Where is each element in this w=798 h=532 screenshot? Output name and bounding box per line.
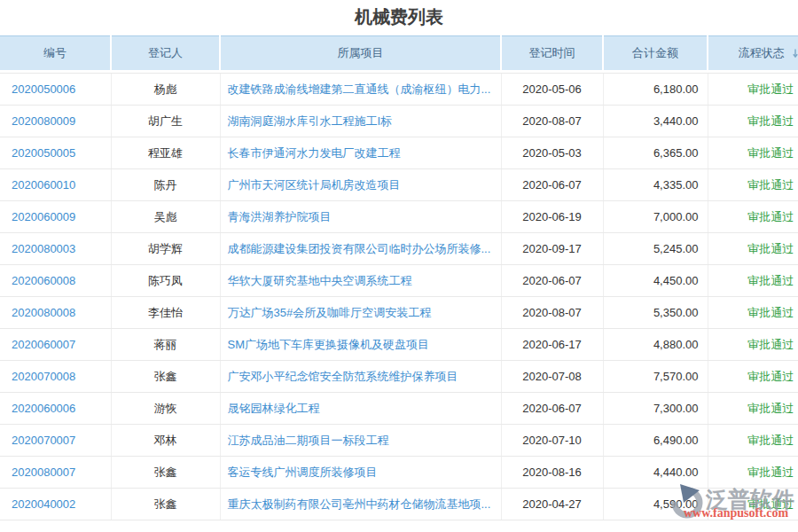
row-date: 2020-07-10 [501,425,603,457]
table-row: 2020080003 胡学辉 成都能源建设集团投资有限公司临时办公场所装修...… [0,233,798,265]
row-project-link[interactable]: 客运专线广州调度所装修项目 [228,466,378,479]
row-amount: 7,000.00 [603,201,708,233]
row-amount: 3,440.00 [603,106,708,137]
row-registrant: 邓林 [111,425,220,457]
row-project-link[interactable]: 广安邓小平纪念馆安全防范系统维护保养项目 [228,370,458,383]
table-header-row: 编号 登记人 所属项目 登记时间 合计金额 流程状态 [0,36,798,70]
row-date: 2020-09-17 [501,233,603,265]
row-amount: 7,300.00 [603,393,708,425]
row-id-link[interactable]: 2020060010 [12,178,75,192]
row-date: 2020-06-07 [501,169,603,201]
row-status-link[interactable]: 审批通过 [747,402,794,415]
row-registrant: 陈丹 [111,169,220,201]
column-header-status-label: 流程状态 [739,46,785,59]
row-status-link[interactable]: 审批通过 [747,146,794,160]
column-header-project[interactable]: 所属项目 [220,36,501,70]
row-id-link[interactable]: 2020080007 [12,466,75,479]
table-row: 2020060007 蒋丽 SM广场地下车库更换摄像机及硬盘项目 2020-06… [0,329,798,361]
row-id-link[interactable]: 2020060008 [12,274,75,287]
row-date: 2020-05-06 [501,74,603,106]
row-id-link[interactable]: 2020050006 [12,82,75,96]
row-registrant: 程亚雄 [111,137,220,169]
row-date: 2020-06-17 [501,329,603,361]
row-amount: 5,350.00 [603,297,708,329]
row-project-link[interactable]: 改建铁路成渝线增建第二直通线（成渝枢纽）电力... [228,82,491,96]
row-id-link[interactable]: 2020040002 [12,497,75,511]
row-project-link[interactable]: 重庆太极制药有限公司亳州中药材仓储物流基地项... [228,497,491,511]
table-row: 2020070008 张鑫 广安邓小平纪念馆安全防范系统维护保养项目 2020-… [0,361,798,393]
row-amount: 7,570.00 [603,361,708,393]
row-amount: 5,245.00 [603,233,708,265]
row-registrant: 胡学辉 [111,233,220,265]
row-status-link[interactable]: 审批通过 [747,370,794,383]
row-project-link[interactable]: SM广场地下车库更换摄像机及硬盘项目 [228,338,430,351]
row-status-link[interactable]: 审批通过 [747,178,794,192]
machinery-fee-page: 机械费列表 编号 登记人 所属项目 登记时间 合计金额 流程状态 [0,0,798,532]
sort-descending-icon[interactable] [793,48,798,61]
row-registrant: 杨彪 [111,74,220,106]
table-row: 2020060006 游恢 晟铭园林绿化工程 2020-06-07 7,300.… [0,393,798,425]
row-project-link[interactable]: 华软大厦研究基地中央空调系统工程 [228,274,412,287]
row-project-link[interactable]: 成都能源建设集团投资有限公司临时办公场所装修... [228,242,491,255]
row-date: 2020-08-16 [501,457,603,489]
row-status-link[interactable]: 审批通过 [747,114,794,128]
row-status-link[interactable]: 审批通过 [747,274,794,287]
table-row: 2020080009 胡广生 湖南洞庭湖水库引水工程施工I标 2020-08-0… [0,106,798,137]
row-id-link[interactable]: 2020080008 [12,306,75,319]
row-status-link[interactable]: 审批通过 [747,82,794,96]
row-registrant: 胡广生 [111,106,220,137]
column-header-status[interactable]: 流程状态 [708,36,798,70]
column-header-id[interactable]: 编号 [0,36,111,70]
machinery-fee-table: 编号 登记人 所属项目 登记时间 合计金额 流程状态 [0,35,798,520]
column-header-registrant[interactable]: 登记人 [111,36,220,70]
row-registrant: 吴彪 [111,201,220,233]
row-status-link[interactable]: 审批通过 [747,338,794,351]
row-amount: 6,490.00 [603,425,708,457]
row-date: 2020-08-07 [501,106,603,137]
row-project-link[interactable]: 江苏成品油二期项目一标段工程 [228,434,389,447]
table-row: 2020050006 杨彪 改建铁路成渝线增建第二直通线（成渝枢纽）电力... … [0,74,798,106]
row-id-link[interactable]: 2020070008 [12,370,75,383]
row-id-link[interactable]: 2020060009 [12,210,75,223]
row-project-link[interactable]: 湖南洞庭湖水库引水工程施工I标 [228,114,393,128]
row-id-link[interactable]: 2020070007 [12,434,75,447]
row-amount: 4,880.00 [603,329,708,361]
row-registrant: 陈巧凤 [111,265,220,297]
row-status-link[interactable]: 审批通过 [747,306,794,319]
row-amount: 4,335.00 [603,169,708,201]
row-amount: 6,365.00 [603,137,708,169]
column-header-date[interactable]: 登记时间 [501,36,603,70]
row-amount: 4,450.00 [603,265,708,297]
row-id-link[interactable]: 2020060006 [12,402,75,415]
row-status-link[interactable]: 审批通过 [747,466,794,479]
table-row: 2020050005 程亚雄 长春市伊通河水力发电厂改建工程 2020-05-0… [0,137,798,169]
table-row: 2020060010 陈丹 广州市天河区统计局机房改造项目 2020-06-07… [0,169,798,201]
table-row: 2020060009 吴彪 青海洪湖养护院项目 2020-06-19 7,000… [0,201,798,233]
row-date: 2020-04-27 [501,489,603,520]
row-registrant: 张鑫 [111,489,220,520]
row-id-link[interactable]: 2020080009 [12,114,75,128]
row-id-link[interactable]: 2020060007 [12,338,75,351]
row-date: 2020-06-07 [501,393,603,425]
row-project-link[interactable]: 长春市伊通河水力发电厂改建工程 [228,146,401,160]
row-registrant: 游恢 [111,393,220,425]
row-amount: 4,440.00 [603,457,708,489]
row-status-link[interactable]: 审批通过 [747,497,794,511]
table-row: 2020080008 李佳怡 万达广场35#会所及咖啡厅空调安装工程 2020-… [0,297,798,329]
row-id-link[interactable]: 2020050005 [12,146,75,160]
row-status-link[interactable]: 审批通过 [747,434,794,447]
table-row: 2020080007 张鑫 客运专线广州调度所装修项目 2020-08-16 4… [0,457,798,489]
row-id-link[interactable]: 2020080003 [12,242,75,255]
row-registrant: 李佳怡 [111,297,220,329]
row-date: 2020-06-19 [501,201,603,233]
row-status-link[interactable]: 审批通过 [747,242,794,255]
row-amount: 6,180.00 [603,74,708,106]
row-project-link[interactable]: 广州市天河区统计局机房改造项目 [228,178,401,192]
row-project-link[interactable]: 晟铭园林绿化工程 [228,402,320,415]
column-header-amount[interactable]: 合计金额 [603,36,708,70]
row-project-link[interactable]: 万达广场35#会所及咖啡厅空调安装工程 [228,306,432,319]
row-amount: 4,590.00 [603,489,708,520]
table-row: 2020060008 陈巧凤 华软大厦研究基地中央空调系统工程 2020-06-… [0,265,798,297]
row-project-link[interactable]: 青海洪湖养护院项目 [228,210,332,223]
row-status-link[interactable]: 审批通过 [747,210,794,223]
